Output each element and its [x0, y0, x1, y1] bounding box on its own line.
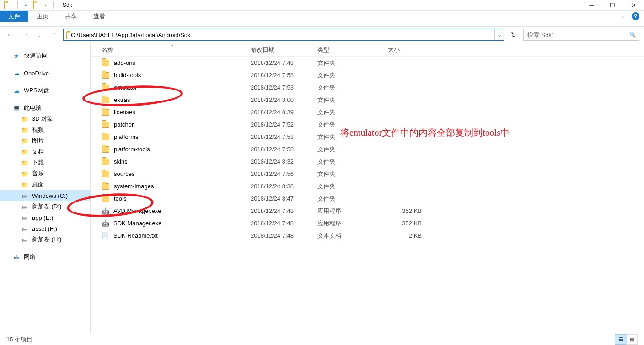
file-name: skins [114, 158, 128, 165]
folder-icon: 📁 [21, 126, 28, 133]
col-name[interactable]: 名称▴ [102, 46, 251, 54]
table-row[interactable]: patcher2018/12/24 7:52文件夹 [91, 118, 644, 131]
sidebar-item-docs[interactable]: 📁文档 [0, 146, 90, 157]
table-row[interactable]: platform-tools2018/12/24 7:58文件夹 [91, 143, 644, 155]
address-bar[interactable]: ⌄ [63, 29, 504, 41]
sidebar-item-3d[interactable]: 📁3D 对象 [0, 113, 90, 124]
file-date: 2018/12/24 7:48 [251, 220, 317, 227]
refresh-button[interactable]: ↻ [508, 29, 520, 41]
tab-home[interactable]: 主页 [28, 11, 57, 22]
folder-icon [102, 60, 109, 66]
col-type[interactable]: 类型 [317, 46, 388, 54]
sidebar-item-quick[interactable]: ★快速访问 [0, 50, 90, 61]
folder-icon: 📁 [21, 115, 28, 122]
file-date: 2018/12/24 7:52 [251, 121, 317, 128]
checkmark-icon[interactable]: ✔ [24, 2, 28, 8]
cloud-icon: ☁ [13, 87, 20, 94]
help-icon[interactable]: ? [632, 12, 639, 20]
view-details-button[interactable]: ☰ [615, 334, 626, 345]
table-row[interactable]: 🤖AVD Manager.exe2018/12/24 7:48应用程序352 K… [91, 205, 644, 217]
tab-share[interactable]: 共享 [57, 11, 85, 22]
search-icon[interactable]: 🔍 [626, 32, 639, 38]
forward-button[interactable]: → [19, 29, 30, 40]
address-dropdown[interactable]: ⌄ [494, 29, 504, 40]
address-input[interactable] [70, 31, 494, 39]
table-row[interactable]: add-ons2018/12/24 7:48文件夹 [91, 57, 644, 69]
table-row[interactable]: 🤖SDK Manager.exe2018/12/24 7:48应用程序352 K… [91, 217, 644, 229]
file-type: 文本文档 [317, 232, 388, 240]
sidebar-item-desktop[interactable]: 📁桌面 [0, 179, 90, 190]
sidebar-item-network[interactable]: 🖧网络 [0, 251, 90, 262]
drive-icon: 🖴 [21, 192, 28, 199]
file-date: 2018/12/24 7:58 [251, 133, 317, 140]
col-size[interactable]: 大小 [388, 46, 429, 54]
android-exe-icon: 🤖 [102, 207, 109, 215]
table-row[interactable]: skins2018/12/24 8:32文件夹 [91, 155, 644, 168]
view-icons-button[interactable]: ▦ [626, 334, 638, 345]
chevron-down-icon[interactable]: ⌄ [621, 13, 625, 19]
file-date: 2018/12/24 7:48 [251, 59, 317, 66]
recent-dropdown[interactable]: ⌄ [34, 29, 45, 40]
minimize-button[interactable]: ─ [581, 0, 602, 11]
drive-icon: 🖴 [21, 214, 28, 221]
sidebar-item-onedrive[interactable]: ☁OneDrive [0, 68, 90, 79]
file-type: 文件夹 [317, 59, 388, 67]
tab-view[interactable]: 查看 [85, 11, 113, 22]
table-row[interactable]: emulator2018/12/24 7:53文件夹 [91, 81, 644, 94]
search-input[interactable] [524, 32, 626, 38]
file-date: 2018/12/24 7:48 [251, 207, 317, 214]
file-type: 文件夹 [317, 108, 388, 117]
sidebar-item-downloads[interactable]: 📁下载 [0, 157, 90, 168]
file-name: licenses [114, 109, 135, 116]
tab-file[interactable]: 文件 [0, 11, 28, 22]
sidebar-item-label: Windows (C:) [32, 192, 68, 199]
table-row[interactable]: tools2018/12/24 8:47文件夹 [91, 192, 644, 205]
separator [17, 1, 18, 9]
sidebar-item-label: 3D 对象 [32, 115, 53, 123]
maximize-button[interactable]: ☐ [602, 0, 623, 11]
star-icon: ★ [13, 52, 20, 59]
status-bar: 15 个项目 ☰ ▦ [0, 334, 644, 345]
table-row[interactable]: platforms2018/12/24 7:58文件夹 [91, 131, 644, 143]
table-row[interactable]: sources2018/12/24 7:56文件夹 [91, 168, 644, 180]
file-type: 文件夹 [317, 145, 388, 154]
sidebar-item-music[interactable]: 📁音乐 [0, 168, 90, 179]
back-button[interactable]: ← [5, 29, 16, 40]
file-date: 2018/12/24 7:56 [251, 170, 317, 177]
file-name: SDK Manager.exe [113, 220, 162, 227]
folder-icon [102, 183, 109, 190]
sidebar-item-videos[interactable]: 📁视频 [0, 124, 90, 135]
sidebar-item-wps[interactable]: ☁WPS网盘 [0, 85, 90, 96]
drive-icon: 🖴 [21, 225, 28, 232]
sidebar-item-label: 视频 [32, 126, 44, 134]
sidebar-item-pictures[interactable]: 📁图片 [0, 135, 90, 146]
file-date: 2018/12/24 8:00 [251, 96, 317, 103]
quick-access-toolbar: ✔ ▾ Sdk [0, 1, 72, 9]
folder-icon [33, 1, 40, 9]
search-box[interactable]: 🔍 [523, 29, 639, 41]
file-name: sources [114, 170, 135, 177]
file-date: 2018/12/24 8:47 [251, 195, 317, 202]
col-date[interactable]: 修改日期 [251, 46, 317, 54]
table-row[interactable]: licenses2018/12/24 8:39文件夹 [91, 106, 644, 118]
drive-icon: 🖴 [21, 236, 28, 243]
folder-icon: 📁 [21, 170, 28, 177]
close-button[interactable]: ✕ [623, 0, 644, 11]
table-row[interactable]: build-tools2018/12/24 7:58文件夹 [91, 69, 644, 81]
folder-icon: 📁 [21, 159, 28, 166]
sidebar-item-winc[interactable]: 🖴Windows (C:) [0, 190, 90, 201]
table-row[interactable]: 📄SDK Readme.txt2018/12/24 7:48文本文档2 KB [91, 229, 644, 242]
sidebar-item-assetf[interactable]: 🖴asset (F:) [0, 223, 90, 234]
sidebar-item-label: 此电脑 [24, 104, 42, 112]
sidebar-item-volh[interactable]: 🖴新加卷 (H:) [0, 234, 90, 245]
sidebar-item-thispc[interactable]: 💻此电脑 [0, 102, 90, 113]
sidebar-item-appe[interactable]: 🖴app (E:) [0, 212, 90, 223]
chevron-down-icon[interactable]: ▾ [45, 3, 47, 7]
table-row[interactable]: system-images2018/12/24 8:38文件夹 [91, 180, 644, 192]
table-row[interactable]: extras2018/12/24 8:00文件夹 [91, 94, 644, 106]
sidebar-item-label: 网络 [24, 253, 36, 261]
file-type: 应用程序 [317, 207, 388, 215]
sidebar-item-vold[interactable]: 🖴新加卷 (D:) [0, 201, 90, 212]
file-name: tools [114, 195, 126, 202]
up-button[interactable]: ↑ [48, 29, 59, 40]
